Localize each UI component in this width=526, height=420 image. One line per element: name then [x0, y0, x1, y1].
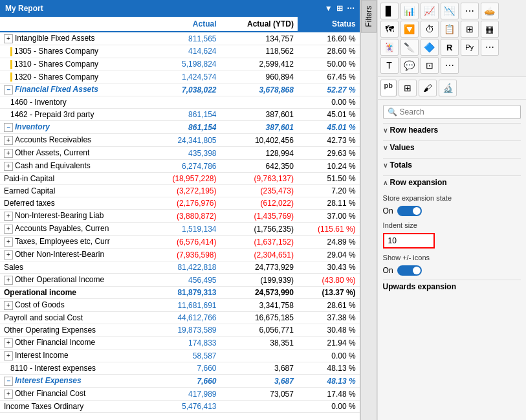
expand-icon[interactable]: +: [4, 162, 13, 171]
expand-icon[interactable]: +: [4, 149, 13, 158]
table-row: 1460 - Inventory0.00 %: [0, 96, 360, 109]
tb-btn-qr[interactable]: ⊡: [421, 57, 439, 74]
expand-icon[interactable]: +: [4, 351, 13, 360]
filter-icon[interactable]: ▼: [325, 4, 333, 13]
tb-btn-bar[interactable]: ▊: [380, 3, 399, 19]
row-name-text: 1320 - Shares Company: [14, 72, 98, 82]
tb-btn-line[interactable]: 📈: [421, 3, 439, 19]
row-actual-cell: 7,660: [143, 362, 220, 375]
tb-btn-analytics[interactable]: 🔬: [439, 80, 457, 96]
section-upwards[interactable]: Upwards expansion: [383, 280, 521, 293]
row-status-cell: 24.89 %: [298, 236, 360, 249]
row-name-cell: Paid-in Capital: [0, 173, 143, 185]
tb-btn-paint[interactable]: 🖌: [419, 80, 437, 96]
row-status-cell: 30.48 %: [298, 324, 360, 337]
expand-icon[interactable]: +: [4, 390, 13, 399]
section-row-headers[interactable]: ∨ Row headers: [383, 123, 521, 137]
tb-btn-kpi[interactable]: 📋: [441, 21, 459, 38]
filters-label[interactable]: Filters: [361, 0, 377, 33]
row-ytd-cell: [221, 96, 298, 109]
row-ytd-cell: 24,773,929: [221, 261, 298, 274]
yellow-bar: [10, 47, 12, 56]
row-name-cell: +Cash and Equivalents: [0, 160, 143, 173]
tb-btn-area[interactable]: 📉: [441, 3, 459, 19]
tb-btn-py[interactable]: Py: [461, 39, 479, 56]
expand-icon[interactable]: +: [4, 34, 13, 43]
expand-icon[interactable]: +: [4, 238, 13, 247]
row-name-cell: 1310 - Shares Company: [0, 58, 143, 71]
row-name-cell: 1462 - Prepaid 3rd party: [0, 109, 143, 121]
tb-btn-dots[interactable]: ⋯: [441, 57, 459, 74]
tb-btn-pie[interactable]: 🥧: [481, 3, 499, 19]
row-actual-cell: 6,274,786: [143, 160, 220, 173]
tb-btn-col[interactable]: 📊: [400, 3, 419, 19]
row-headers-label: Row headers: [390, 126, 439, 135]
store-expansion-toggle[interactable]: [397, 206, 422, 216]
expand-icon[interactable]: +: [4, 225, 13, 234]
tb-btn-funnel[interactable]: 🔽: [400, 21, 419, 38]
tb-btn-table2[interactable]: ⊞: [461, 21, 479, 38]
expand-icon[interactable]: −: [4, 123, 13, 132]
row-actual-cell: 456,495: [143, 274, 220, 287]
row-name-cell: +Other Non-Interest-Bearin: [0, 249, 143, 261]
row-actual-cell: [143, 96, 220, 109]
row-name-cell: +Other Financial Income: [0, 337, 143, 349]
row-name-text: Sales: [4, 263, 23, 272]
expand-icon[interactable]: ⊞: [336, 4, 343, 13]
tb-btn-scatter[interactable]: ⋯: [461, 3, 479, 19]
search-icon: 🔍: [388, 107, 397, 116]
row-actual-cell: 861,154: [143, 109, 220, 121]
row-status-cell: 17.48 %: [298, 388, 360, 401]
row-name-cell: Sales: [0, 261, 143, 274]
pbi-row: pb ⊞ 🖌 🔬: [378, 77, 526, 100]
row-ytd-cell: 3,687: [221, 375, 298, 388]
tb-btn-slicer[interactable]: 🔪: [400, 39, 419, 56]
chevron-values: ∨: [383, 144, 388, 151]
expand-icon[interactable]: +: [4, 338, 13, 348]
row-ytd-cell: 3,687: [221, 362, 298, 375]
expand-icon[interactable]: +: [4, 301, 13, 310]
tb-btn-chat[interactable]: 💬: [400, 57, 419, 74]
tb-btn-r[interactable]: R: [441, 39, 459, 56]
tb-btn-gauge[interactable]: ⏱: [421, 21, 439, 38]
tb-btn-map[interactable]: 🗺: [380, 21, 399, 38]
row-status-cell: 16.60 %: [298, 32, 360, 45]
row-name-text: 8110 - Interest expenses: [10, 364, 96, 373]
show-icons-toggle-row: On: [383, 265, 521, 276]
section-values[interactable]: ∨ Values: [383, 140, 521, 154]
tb-btn-grid2[interactable]: ⊞: [399, 80, 417, 96]
upwards-label: Upwards expansion: [383, 282, 456, 291]
row-actual-cell: 58,587: [143, 349, 220, 362]
toolbar-row-3: 🃏 🔪 🔷 R Py ⋯: [380, 39, 523, 56]
tb-btn-text[interactable]: T: [380, 57, 399, 74]
expand-icon[interactable]: −: [4, 377, 13, 386]
expand-icon[interactable]: +: [4, 212, 13, 221]
expand-icon[interactable]: +: [4, 250, 13, 260]
table-row: +Other Non-Interest-Bearin(7,936,598)(2,…: [0, 249, 360, 261]
row-actual-cell: 1,519,134: [143, 223, 220, 236]
section-row-expansion[interactable]: ∧ Row expansion: [383, 175, 521, 189]
expand-icon[interactable]: −: [4, 85, 13, 94]
search-box[interactable]: 🔍: [383, 105, 521, 119]
show-icons-toggle[interactable]: [397, 265, 422, 276]
search-input[interactable]: [400, 107, 516, 116]
indent-size-input[interactable]: [383, 233, 435, 249]
row-actual-cell: 7,660: [143, 375, 220, 388]
tb-btn-shape[interactable]: 🔷: [421, 39, 439, 56]
row-name-cell: +Accounts Receivables: [0, 134, 143, 147]
tb-btn-more2[interactable]: ⋯: [481, 39, 499, 56]
row-actual-cell: (18,957,228): [143, 173, 220, 185]
table-row: +Taxes, Employees etc, Curr(6,576,414)(1…: [0, 236, 360, 249]
tb-btn-matrix[interactable]: ▦: [481, 21, 499, 38]
expand-icon[interactable]: +: [4, 276, 13, 285]
row-ytd-cell: 10,402,456: [221, 134, 298, 147]
more-icon[interactable]: ⋯: [347, 4, 355, 13]
row-name-text: Non-Interest-Bearing Liab: [15, 211, 104, 220]
expand-icon[interactable]: +: [4, 136, 13, 145]
row-name-text: Financial Fixed Assets: [15, 85, 98, 94]
table-row: −Interest Expenses7,6603,68748.13 %: [0, 375, 360, 388]
table-row: 1320 - Shares Company1,424,574960,89467.…: [0, 71, 360, 83]
row-status-cell: 29.63 %: [298, 147, 360, 160]
section-totals[interactable]: ∨ Totals: [383, 158, 521, 171]
tb-btn-card[interactable]: 🃏: [380, 39, 399, 56]
